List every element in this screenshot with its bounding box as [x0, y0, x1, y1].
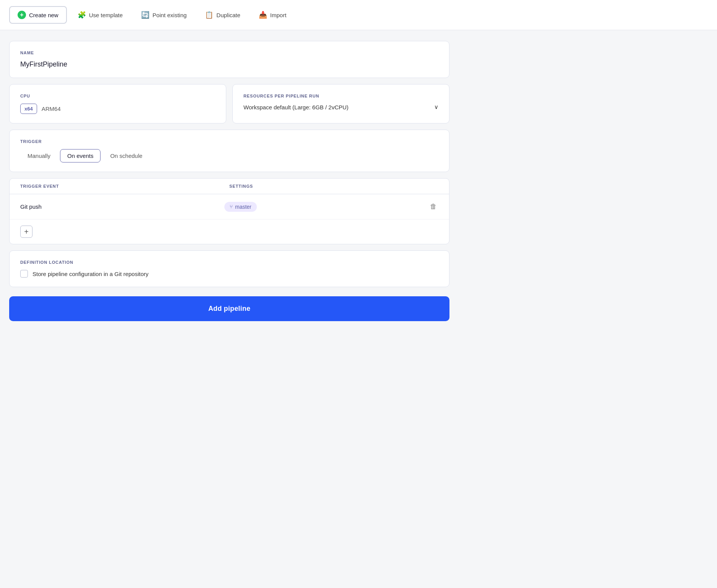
resources-card: RESOURCES PER PIPELINE RUN Workspace def… [232, 84, 449, 123]
trigger-event-card: TRIGGER EVENT SETTINGS Git push ⑂ master… [9, 178, 449, 244]
tab-create-new-label: Create new [29, 12, 58, 18]
name-input[interactable] [20, 60, 438, 68]
trigger-on-schedule-btn[interactable]: On schedule [103, 149, 149, 162]
name-label: NAME [20, 50, 438, 55]
definition-checkbox-row: Store pipeline configuration in a Git re… [20, 270, 438, 278]
git-push-event: Git push [20, 203, 220, 210]
duplicate-icon: 📋 [205, 11, 213, 19]
trigger-card: TRIGGER Manually On events On schedule [9, 130, 449, 172]
tab-use-template[interactable]: 🧩 Use template [70, 7, 130, 23]
cpu-label: CPU [20, 94, 215, 98]
cpu-x64-btn[interactable]: x64 [20, 104, 37, 114]
circle-plus-icon: + [18, 11, 26, 19]
branch-badge[interactable]: ⑂ master [224, 202, 257, 212]
tab-use-template-label: Use template [89, 12, 123, 18]
tab-create-new[interactable]: + Create new [9, 6, 67, 24]
tab-import[interactable]: 📥 Import [251, 7, 294, 23]
add-trigger-btn[interactable]: + [20, 226, 32, 238]
plus-icon: + [24, 227, 29, 236]
git-repo-checkbox-label: Store pipeline configuration in a Git re… [32, 271, 149, 277]
trigger-event-header: TRIGGER EVENT SETTINGS [10, 179, 449, 194]
cpu-options: x64 ARM64 [20, 104, 215, 114]
add-trigger-row: + [10, 219, 449, 244]
definition-location-label: DEFINITION LOCATION [20, 260, 438, 265]
trigger-label: TRIGGER [20, 139, 438, 144]
branch-name: master [235, 204, 251, 210]
tab-point-existing-label: Point existing [152, 12, 187, 18]
resources-select[interactable]: Workspace default (Large: 6GB / 2vCPU) ∨ [243, 104, 438, 110]
name-card: NAME [9, 41, 449, 78]
template-icon: 🧩 [78, 11, 86, 19]
tab-duplicate[interactable]: 📋 Duplicate [197, 7, 248, 23]
tab-import-label: Import [270, 12, 287, 18]
trigger-on-events-btn[interactable]: On events [60, 149, 101, 162]
import-icon: 📥 [259, 11, 267, 19]
table-row: Git push ⑂ master 🗑 [10, 194, 449, 219]
git-repo-checkbox[interactable] [20, 270, 28, 278]
point-existing-icon: 🔄 [141, 11, 149, 19]
definition-location-card: DEFINITION LOCATION Store pipeline confi… [9, 250, 449, 287]
branch-icon: ⑂ [230, 204, 233, 210]
cpu-card: CPU x64 ARM64 [9, 84, 226, 123]
add-pipeline-button[interactable]: Add pipeline [9, 296, 449, 321]
branch-badge-container: ⑂ master [224, 202, 424, 212]
resources-value: Workspace default (Large: 6GB / 2vCPU) [243, 104, 349, 110]
tab-duplicate-label: Duplicate [216, 12, 240, 18]
top-bar: + Create new 🧩 Use template 🔄 Point exis… [0, 0, 717, 30]
trash-icon: 🗑 [430, 203, 437, 211]
cpu-resources-row: CPU x64 ARM64 RESOURCES PER PIPELINE RUN… [9, 84, 449, 123]
trigger-event-col-label: TRIGGER EVENT [20, 184, 229, 188]
settings-col-label: SETTINGS [229, 184, 438, 188]
chevron-down-icon: ∨ [434, 104, 438, 110]
trigger-manually-btn[interactable]: Manually [20, 149, 58, 162]
main-content: NAME CPU x64 ARM64 RESOURCES PER PIPELIN… [0, 30, 459, 332]
cpu-arm64-option[interactable]: ARM64 [42, 106, 61, 112]
delete-trigger-row-btn[interactable]: 🗑 [428, 201, 438, 212]
tab-point-existing[interactable]: 🔄 Point existing [133, 7, 194, 23]
resources-label: RESOURCES PER PIPELINE RUN [243, 94, 438, 98]
trigger-options: Manually On events On schedule [20, 149, 438, 162]
